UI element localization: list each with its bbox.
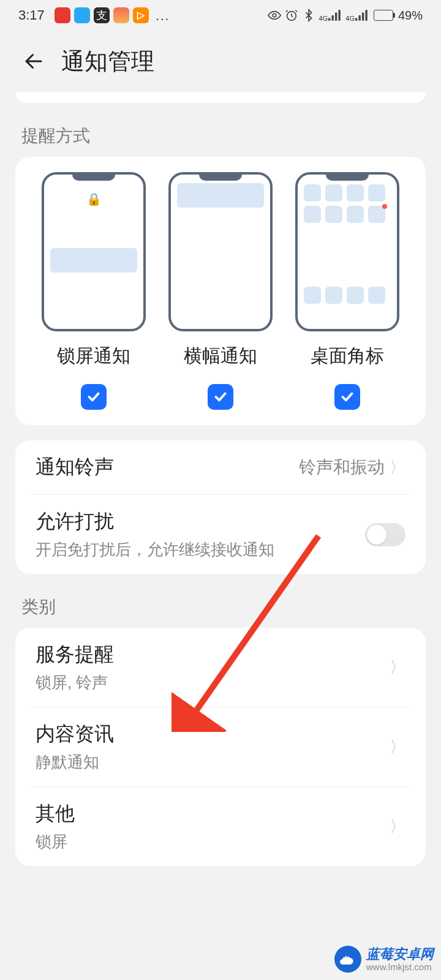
status-more: … [155,7,170,24]
badge-mockup [295,172,399,331]
app-icon-5: ▷ [133,7,149,23]
watermark-badge-icon [334,946,361,973]
toggle-handle [367,525,386,545]
notify-types-label: 提醒方式 [21,124,420,148]
battery-icon [374,10,393,21]
banner-label: 横幅通知 [184,344,257,369]
disturb-title: 允许打扰 [36,508,365,535]
watermark-title: 蓝莓安卓网 [366,946,434,962]
settings-card: 通知铃声 铃声和振动 〉 允许打扰 开启免打扰后，允许继续接收通知 [15,440,426,574]
notify-type-badge[interactable]: 桌面角标 [295,172,399,410]
category-title: 服务提醒 [36,641,390,668]
search-bar-stub[interactable] [15,92,426,103]
chevron-right-icon: 〉 [390,657,405,678]
grid-icon [304,206,321,223]
grid-icon [347,287,364,304]
ringtone-value: 铃声和振动 [299,456,385,479]
grid-icon-with-badge [368,206,385,223]
banner-mockup [168,172,273,331]
grid-icon [368,184,385,202]
notify-type-banner[interactable]: 横幅通知 [168,172,273,410]
lockscreen-mockup: 🔒 [42,172,146,331]
svg-point-4 [344,956,345,957]
notify-types-card: 🔒 锁屏通知 横幅通知 [15,157,426,425]
grid-icon [368,287,385,304]
category-title: 其他 [36,801,390,827]
category-row-service[interactable]: 服务提醒 锁屏, 铃声 〉 [31,628,410,707]
signal-4g-2: 4G [345,9,369,22]
category-title: 内容资讯 [36,721,390,748]
banner-notif-bar [177,183,264,208]
category-row-content[interactable]: 内容资讯 静默通知 〉 [31,707,410,786]
app-icon-2 [74,7,90,23]
page-header: 通知管理 [0,31,441,92]
app-icon-1 [55,7,70,23]
alarm-icon [285,9,298,22]
badge-checkbox[interactable] [334,384,360,410]
lockscreen-label: 锁屏通知 [57,344,130,369]
disturb-row: 允许打扰 开启免打扰后，允许继续接收通知 [31,494,410,574]
check-icon [86,389,102,405]
signal-4g-1: 4G [319,9,342,22]
category-sub: 静默通知 [36,752,390,773]
notify-type-lockscreen[interactable]: 🔒 锁屏通知 [42,172,146,410]
status-right: 4G 4G 49% [268,9,423,23]
categories-card: 服务提醒 锁屏, 铃声 〉 内容资讯 静默通知 〉 其他 锁屏 〉 [15,628,426,866]
page-title: 通知管理 [61,46,154,77]
grid-icon [325,287,342,304]
badge-label: 桌面角标 [311,344,384,369]
chevron-right-icon: 〉 [390,816,405,837]
grid-icon [325,184,342,202]
grid-icon [347,184,364,202]
app-icon-3: 支 [94,7,110,23]
check-icon [213,389,228,405]
watermark: 蓝莓安卓网 www.lmkjst.com [334,946,434,973]
grid-icon [325,206,342,223]
bluetooth-icon [302,9,315,22]
category-sub: 锁屏, 铃声 [36,672,390,693]
category-sub: 锁屏 [36,831,390,853]
app-icon-4 [113,7,129,23]
chevron-right-icon: 〉 [390,457,405,478]
watermark-url: www.lmkjst.com [366,962,434,972]
back-button[interactable] [18,46,49,77]
categories-label: 类别 [21,595,420,619]
ringtone-title: 通知铃声 [36,454,299,481]
banner-checkbox[interactable] [208,384,233,410]
disturb-toggle[interactable] [365,523,405,546]
lockscreen-notif-bar [50,248,137,273]
grid-icon [347,206,364,223]
lock-icon: 🔒 [86,192,102,206]
grid-icon [304,184,321,202]
category-row-other[interactable]: 其他 锁屏 〉 [31,786,410,866]
battery-percent: 49% [398,9,423,23]
svg-point-5 [347,956,349,957]
back-arrow-icon [23,50,45,72]
lockscreen-checkbox[interactable] [81,384,107,410]
chevron-right-icon: 〉 [390,736,405,758]
status-left: 3:17 支 ▷ … [18,7,170,24]
grid-icon [304,287,321,304]
ringtone-row[interactable]: 通知铃声 铃声和振动 〉 [31,440,410,494]
status-time: 3:17 [18,7,45,23]
svg-point-0 [273,13,276,17]
check-icon [339,389,355,405]
disturb-sub: 开启免打扰后，允许继续接收通知 [36,539,365,560]
eye-icon [268,9,281,22]
status-bar: 3:17 支 ▷ … 4G 4G 49% [0,0,441,31]
